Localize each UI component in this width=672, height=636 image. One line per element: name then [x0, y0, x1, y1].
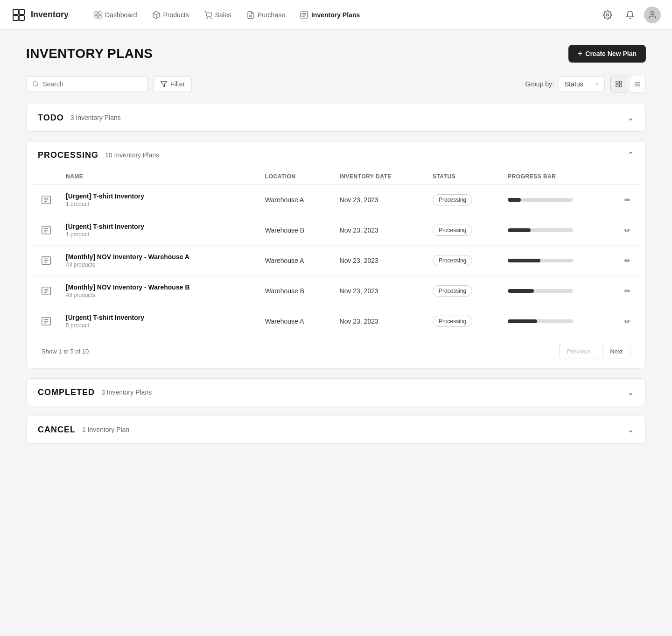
plan-sub: 1 product — [66, 201, 144, 207]
edit-button[interactable]: ✏ — [621, 315, 634, 328]
plan-sub: 5 product — [66, 322, 144, 329]
create-new-plan-button[interactable]: + Create New Plan — [568, 45, 646, 63]
plan-name-cell: [Urgent] T-shirt Inventory 5 product — [66, 314, 254, 329]
plan-progress — [502, 276, 615, 306]
plan-date: Nov 23, 2023 — [334, 306, 427, 337]
plan-status: Processing — [427, 276, 502, 306]
plan-name: [Monthly] NOV Inventory - Warehouse A — [66, 253, 189, 261]
settings-button[interactable] — [599, 7, 616, 23]
svg-rect-2 — [13, 15, 18, 21]
grid-view-icon — [615, 80, 623, 88]
plan-location: Warehouse B — [259, 276, 334, 306]
svg-rect-26 — [619, 85, 622, 87]
plan-location: Warehouse A — [259, 246, 334, 276]
progress-bar-fill — [508, 289, 534, 293]
edit-button[interactable]: ✏ — [621, 285, 634, 297]
plan-location: Warehouse A — [259, 306, 334, 337]
completed-section-header[interactable]: COMPLETED 3 Inventory Plans ⌄ — [27, 379, 645, 406]
svg-rect-4 — [95, 12, 97, 14]
cancel-section-header[interactable]: CANCEL 1 Inventory Plan ⌄ — [27, 416, 645, 443]
progress-bar — [508, 319, 573, 323]
edit-button[interactable]: ✏ — [621, 224, 634, 237]
plan-date: Nov 23, 2023 — [334, 276, 427, 306]
status-badge: Processing — [433, 255, 472, 266]
plan-location: Warehouse B — [259, 215, 334, 246]
brand-icon — [11, 7, 26, 22]
previous-button[interactable]: Previous — [559, 344, 599, 359]
plan-status: Processing — [427, 306, 502, 337]
search-icon — [32, 80, 39, 88]
plan-name-cell: [Urgent] T-shirt Inventory 1 product — [66, 223, 254, 238]
processing-section-header[interactable]: PROCESSING 10 Inventory Plans ⌃ — [27, 141, 645, 169]
plan-date: Nov 23, 2023 — [334, 215, 427, 246]
list-view-button[interactable] — [629, 76, 646, 92]
search-input[interactable] — [42, 80, 141, 88]
todo-section: TODO 3 Inventory Plans ⌄ — [26, 104, 646, 132]
svg-rect-3 — [19, 15, 24, 21]
view-toggles — [610, 76, 646, 92]
avatar[interactable] — [644, 7, 661, 23]
grid-view-button[interactable] — [610, 76, 627, 92]
completed-section: COMPLETED 3 Inventory Plans ⌄ — [26, 378, 646, 406]
nav-purchase[interactable]: Purchase — [240, 7, 292, 23]
svg-rect-1 — [19, 9, 24, 14]
next-button[interactable]: Next — [602, 344, 630, 359]
status-badge: Processing — [433, 285, 472, 297]
plan-name-cell: [Urgent] T-shirt Inventory 1 product — [66, 192, 254, 207]
processing-table-wrap: NAME Location Inventory Date Status Prog… — [27, 169, 645, 368]
pagination-buttons: Previous Next — [559, 344, 630, 359]
plan-status: Processing — [427, 215, 502, 246]
todo-chevron-icon: ⌄ — [627, 113, 634, 123]
page-header: INVENTORY PLANS + Create New Plan — [26, 45, 646, 63]
plan-date: Nov 23, 2023 — [334, 246, 427, 276]
svg-point-19 — [651, 11, 654, 14]
progress-bar-fill — [508, 228, 531, 232]
svg-point-10 — [210, 18, 211, 19]
page-content: INVENTORY PLANS + Create New Plan Filter… — [0, 30, 672, 468]
edit-button[interactable]: ✏ — [621, 254, 634, 267]
plan-progress — [502, 246, 615, 276]
nav-inventory-plans[interactable]: Inventory Plans — [294, 7, 366, 23]
plan-progress — [502, 215, 615, 246]
table-row: [Urgent] T-shirt Inventory 1 product War… — [32, 185, 640, 215]
svg-rect-24 — [619, 81, 622, 84]
svg-rect-7 — [99, 15, 101, 18]
row-icon — [38, 252, 55, 269]
table-row: [Urgent] T-shirt Inventory 1 product War… — [32, 215, 640, 246]
row-icon — [38, 313, 55, 330]
completed-chevron-icon: ⌄ — [627, 387, 634, 397]
todo-count: 3 Inventory Plans — [70, 114, 121, 121]
status-badge: Processing — [433, 194, 472, 205]
search-box[interactable] — [26, 76, 147, 92]
gear-icon — [603, 10, 612, 20]
navbar-right — [599, 7, 661, 23]
edit-button[interactable]: ✏ — [621, 194, 634, 206]
plan-name: [Urgent] T-shirt Inventory — [66, 223, 144, 230]
nav-dashboard[interactable]: Dashboard — [87, 7, 144, 23]
groupby-label: Group by: — [525, 80, 554, 88]
plan-name: [Monthly] NOV Inventory - Warehouse B — [66, 283, 190, 291]
nav-products[interactable]: Products — [146, 7, 196, 23]
receipt-icon — [246, 11, 255, 19]
processing-section: PROCESSING 10 Inventory Plans ⌃ NAME Loc… — [26, 141, 646, 369]
nav-sales[interactable]: Sales — [197, 7, 238, 23]
plan-name: [Urgent] T-shirt Inventory — [66, 192, 144, 200]
pagination-info: Show 1 to 5 of 10 — [42, 348, 89, 355]
clipboard-icon — [300, 11, 308, 19]
bell-icon — [625, 10, 635, 20]
svg-marker-22 — [161, 81, 167, 87]
cart-icon — [204, 11, 212, 19]
plan-name: [Urgent] T-shirt Inventory — [66, 314, 144, 321]
grid-icon — [94, 11, 102, 19]
cancel-count: 1 Inventory Plan — [82, 426, 129, 433]
filter-button[interactable]: Filter — [153, 76, 192, 92]
brand[interactable]: Inventory — [11, 7, 69, 22]
brand-name: Inventory — [31, 10, 69, 20]
svg-rect-0 — [13, 9, 18, 14]
groupby-select[interactable]: Status Location Date — [559, 76, 605, 92]
notifications-button[interactable] — [622, 7, 638, 23]
plan-name-cell: [Monthly] NOV Inventory - Warehouse B Al… — [66, 283, 254, 298]
col-name: NAME — [60, 169, 259, 185]
svg-point-18 — [607, 14, 609, 16]
todo-section-header[interactable]: TODO 3 Inventory Plans ⌄ — [27, 104, 645, 131]
